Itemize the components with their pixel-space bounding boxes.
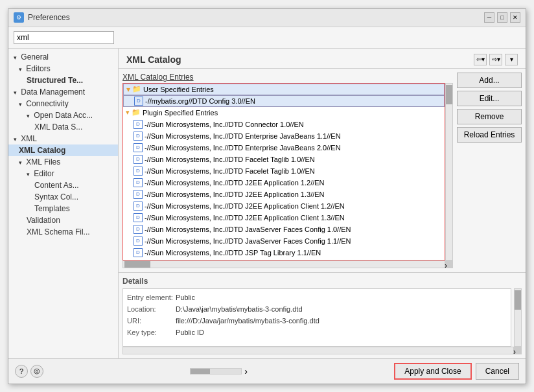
- expand-icon: ▾: [19, 66, 22, 73]
- panel-header: XML Catalog ⇦▾ ⇨▾ ▾: [119, 49, 526, 69]
- list-item[interactable]: D -//Sun Microsystems, Inc.//DTD JSP Tag…: [123, 247, 445, 259]
- action-buttons: Add... Edit... Remove Reload Entries: [457, 73, 522, 268]
- sidebar-item-editors[interactable]: ▾ Editors: [8, 63, 118, 75]
- location-value: D:\Java\jar\mybatis\mybatis-3-config.dtd: [176, 303, 319, 315]
- sidebar-scrollbar[interactable]: [190, 368, 242, 375]
- file-icon: D: [134, 120, 143, 129]
- nav-back-button[interactable]: ⇦▾: [474, 54, 487, 65]
- tree-item-label: -//Sun Microsystems, Inc.//DTD JavaServe…: [145, 237, 351, 245]
- minimize-button[interactable]: ─: [484, 12, 494, 23]
- details-vscrollbar[interactable]: [514, 288, 522, 347]
- catalog-tree[interactable]: ▾ 📁 User Specified Entries D -//mybatis.…: [122, 83, 445, 260]
- file-icon: D: [134, 190, 143, 199]
- sidebar-item-editor[interactable]: ▾ Editor: [8, 168, 118, 179]
- list-item[interactable]: D -//Sun Microsystems, Inc.//DTD JavaSer…: [123, 224, 445, 235]
- details-label: Details: [122, 277, 522, 286]
- help-icon[interactable]: ?: [15, 365, 28, 378]
- tree-item-label: -//Sun Microsystems, Inc.//DTD J2EE Appl…: [145, 202, 345, 210]
- list-item[interactable]: D -//Sun Microsystems, Inc.//DTD J2EE Ap…: [123, 200, 445, 212]
- file-icon: D: [134, 225, 143, 234]
- tree-item-plugin-entries[interactable]: ▾ 📁 Plugin Specified Entries: [123, 107, 445, 119]
- sidebar-item-xml-files[interactable]: ▾ XML Files: [8, 156, 118, 168]
- tree-item-label: -//Sun Microsystems, Inc.//DTD J2EE Appl…: [145, 214, 345, 222]
- expand-icon: ▾: [27, 171, 30, 178]
- file-icon: D: [134, 236, 143, 246]
- file-icon-mybatis: D: [134, 97, 143, 106]
- sidebar-scroll-controls: ›: [190, 366, 248, 376]
- sidebar-item-general[interactable]: ▾ General: [8, 51, 118, 63]
- tree-item-label: -//Sun Microsystems, Inc.//DTD JSP Tag L…: [145, 249, 321, 257]
- list-item[interactable]: D -//Sun Microsystems, Inc.//DTD Enterpr…: [123, 142, 445, 154]
- sidebar-item-validation[interactable]: Validation: [8, 214, 118, 226]
- tree-item-label: -//Sun Microsystems, Inc.//DTD Facelet T…: [145, 156, 315, 163]
- sidebar-item-open-data[interactable]: ▾ Open Data Acc...: [8, 110, 118, 121]
- settings-icon[interactable]: ◎: [30, 365, 43, 378]
- catalog-section: XML Catalog Entries ▾ 📁 User Specified E…: [122, 73, 453, 268]
- file-icon: D: [134, 178, 143, 187]
- apply-close-button[interactable]: Apply and Close: [394, 363, 471, 380]
- catalog-entries-label: XML Catalog Entries: [122, 73, 453, 82]
- details-section: Details Entry element: Location: URI: Ke…: [119, 272, 526, 358]
- footer: ? ◎ › Apply and Close Cancel: [8, 358, 526, 384]
- sidebar-item-structured[interactable]: Structured Te...: [8, 75, 118, 86]
- title-controls: ─ □ ✕: [484, 12, 520, 23]
- folder-expand-icon: ▾: [126, 85, 130, 94]
- list-item[interactable]: D -//Sun Microsystems, Inc.//DTD Facelet…: [123, 154, 445, 165]
- tree-item-label: User Specified Entries: [143, 86, 214, 93]
- location-label: Location:: [127, 303, 173, 315]
- sidebar-item-xml-schema[interactable]: XML Schema Fil...: [8, 226, 118, 238]
- list-item[interactable]: D -//Sun Microsystems, Inc.//DTD J2EE Ap…: [123, 212, 445, 224]
- list-item[interactable]: D -//Sun Microsystems, Inc.//DTD J2EE Ap…: [123, 177, 445, 189]
- add-button[interactable]: Add...: [457, 73, 522, 88]
- key-type-label: Key type:: [127, 327, 173, 338]
- scrollbar-thumb: [446, 85, 452, 104]
- expand-icon: ▾: [19, 101, 22, 108]
- nav-forward-button[interactable]: ⇨▾: [489, 54, 502, 65]
- sidebar-item-syntax-col[interactable]: Syntax Col...: [8, 191, 118, 203]
- close-button[interactable]: ✕: [510, 12, 520, 23]
- sidebar-item-xml-catalog[interactable]: XML Catalog: [8, 144, 118, 156]
- catalog-vscrollbar[interactable]: [445, 83, 453, 260]
- sidebar-item-templates[interactable]: Templates: [8, 203, 118, 214]
- edit-button[interactable]: Edit...: [457, 91, 522, 106]
- header-icons: ⇦▾ ⇨▾ ▾: [474, 54, 518, 65]
- list-item[interactable]: D -//Sun Microsystems, Inc.//DTD Facelet…: [123, 165, 445, 177]
- details-labels-col: Entry element: Location: URI: Key type:: [127, 292, 173, 343]
- tree-item-label: -//Sun Microsystems, Inc.//DTD J2EE Appl…: [145, 179, 325, 187]
- hscrollbar-thumb: [124, 261, 150, 268]
- sidebar-scroll-right[interactable]: ›: [244, 366, 248, 376]
- file-icon: D: [134, 202, 143, 211]
- tree-item-label: -//Sun Microsystems, Inc.//DTD Enterpris…: [145, 132, 341, 140]
- sidebar-item-xml-data[interactable]: XML Data S...: [8, 121, 118, 133]
- tree-item-label: -//mybatis.org//DTD Config 3.0//EN: [145, 97, 255, 105]
- tree-item-label: -//Sun Microsystems, Inc.//DTD Facelet T…: [145, 167, 315, 175]
- file-icon: D: [134, 167, 143, 176]
- details-values-col: Public D:\Java\jar\mybatis\mybatis-3-con…: [176, 292, 319, 343]
- reload-button[interactable]: Reload Entries: [457, 127, 522, 143]
- search-input[interactable]: [14, 31, 114, 44]
- list-item[interactable]: D -//Sun Microsystems, Inc.//DTD J2EE Ap…: [123, 189, 445, 200]
- folder-icon-user: 📁: [132, 85, 141, 93]
- sidebar-item-xml[interactable]: ▾ XML: [8, 133, 118, 144]
- remove-button[interactable]: Remove: [457, 109, 522, 124]
- catalog-hscrollbar[interactable]: ›: [122, 260, 453, 268]
- sidebar-item-data-mgmt[interactable]: ▾ Data Management: [8, 86, 118, 98]
- file-icon: D: [134, 132, 143, 141]
- details-box: Entry element: Location: URI: Key type: …: [122, 288, 511, 347]
- sidebar-item-connectivity[interactable]: ▾ Connectivity: [8, 98, 118, 110]
- expand-icon: ▾: [19, 159, 22, 166]
- list-item[interactable]: D -//Sun Microsystems, Inc.//DTD JavaSer…: [123, 235, 445, 247]
- maximize-button[interactable]: □: [497, 12, 507, 23]
- dialog-body: ▾ General ▾ Editors Structured Te... ▾ D…: [8, 27, 526, 358]
- cancel-button[interactable]: Cancel: [476, 363, 519, 380]
- list-item[interactable]: D -//Sun Microsystems, Inc.//DTD Enterpr…: [123, 130, 445, 142]
- expand-icon: ▾: [14, 89, 17, 96]
- tree-item-user-entries[interactable]: ▾ 📁 User Specified Entries: [123, 84, 445, 95]
- view-menu-button[interactable]: ▾: [505, 54, 518, 65]
- list-item[interactable]: D -//Sun Microsystems, Inc.//DTD Connect…: [123, 119, 445, 130]
- sidebar: ▾ General ▾ Editors Structured Te... ▾ D…: [8, 49, 119, 358]
- footer-left: ? ◎: [15, 365, 43, 378]
- details-hscrollbar[interactable]: ›: [122, 347, 522, 354]
- tree-item-mybatis[interactable]: D -//mybatis.org//DTD Config 3.0//EN: [123, 95, 445, 107]
- sidebar-item-content-as[interactable]: Content As...: [8, 179, 118, 191]
